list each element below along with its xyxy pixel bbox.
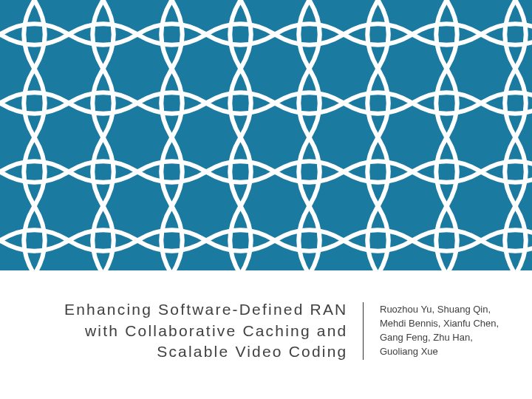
decorative-pattern bbox=[0, 0, 532, 270]
vertical-divider bbox=[363, 302, 364, 360]
authors-block: Ruozhou Yu, Shuang Qin, Mehdi Bennis, Xi… bbox=[366, 303, 507, 358]
slide: Enhancing Software-Defined RAN with Coll… bbox=[0, 0, 532, 399]
authors-list: Ruozhou Yu, Shuang Qin, Mehdi Bennis, Xi… bbox=[380, 303, 507, 358]
content-area: Enhancing Software-Defined RAN with Coll… bbox=[0, 270, 532, 399]
svg-rect-0 bbox=[0, 0, 532, 270]
quatrefoil-pattern bbox=[0, 0, 532, 270]
slide-title: Enhancing Software-Defined RAN with Coll… bbox=[25, 299, 348, 362]
title-block: Enhancing Software-Defined RAN with Coll… bbox=[25, 299, 363, 362]
